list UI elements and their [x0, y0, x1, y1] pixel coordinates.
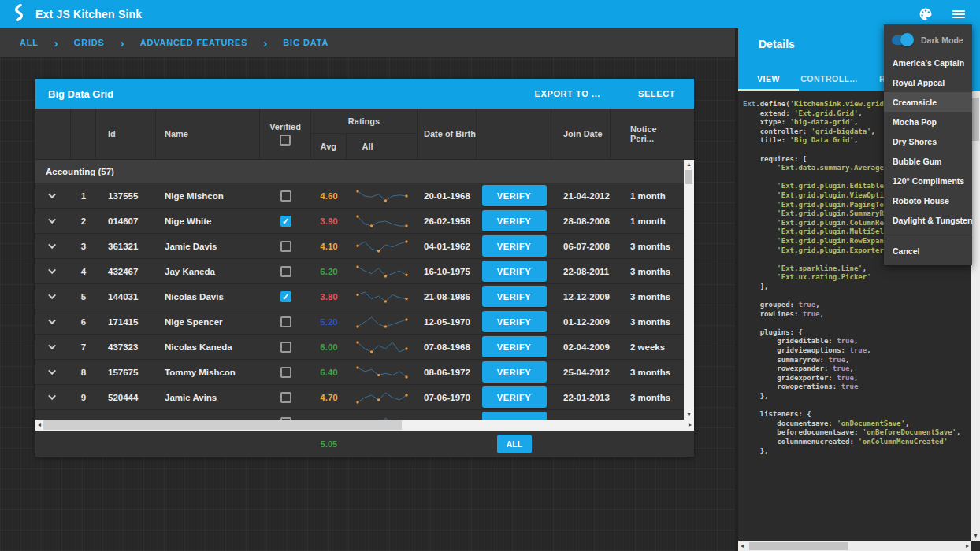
menu-icon[interactable] — [948, 4, 969, 24]
menu-item-theme[interactable]: America's Captain — [884, 53, 972, 72]
verify-button[interactable]: VERIFY — [482, 261, 547, 282]
menu-item-theme[interactable]: Creamsicle — [884, 92, 972, 112]
table-row[interactable]: 3361321Jamie Davis4.1004-01-1962VERIFY06… — [35, 234, 694, 259]
column-header-ratings[interactable]: Ratings — [311, 109, 417, 134]
scroll-up-icon[interactable]: ▴ — [684, 160, 694, 169]
scroll-left-icon[interactable]: ◂ — [35, 420, 43, 431]
cell-verified[interactable]: ✓ — [260, 284, 311, 309]
verify-button[interactable]: VERIFY — [482, 336, 547, 357]
menu-item-theme[interactable]: Roboto House — [884, 190, 972, 210]
cell-verified[interactable]: ✓ — [260, 209, 311, 233]
cell-verified[interactable] — [260, 385, 311, 409]
cell-verified[interactable] — [260, 183, 311, 208]
details-horizontal-scrollbar[interactable]: ◂ ▸ — [738, 541, 971, 551]
scroll-left-icon[interactable]: ◂ — [738, 541, 746, 551]
breadcrumb-all[interactable]: ALL — [20, 38, 39, 47]
column-header-dob[interactable]: Date of Birth — [418, 109, 477, 159]
table-row[interactable]: 5144031Nicolas Davis✓3.8021-08-1986VERIF… — [35, 284, 694, 309]
row-expander[interactable] — [35, 385, 71, 409]
row-expander[interactable] — [35, 183, 71, 208]
scroll-right-icon[interactable]: ▸ — [963, 541, 971, 551]
table-row[interactable]: 9520444Jamie Avins4.7007-06-1970VERIFY22… — [35, 385, 694, 410]
verified-checkbox[interactable]: ✓ — [280, 291, 291, 302]
grid-vscroll-thumb[interactable] — [685, 170, 692, 184]
cell-verified[interactable] — [260, 234, 311, 258]
cell-action[interactable]: VERIFY — [477, 309, 551, 334]
menu-item-theme[interactable]: Daylight & Tungsten — [884, 210, 972, 230]
grid-horizontal-scrollbar[interactable]: ◂ ▸ — [35, 420, 694, 431]
dark-mode-toggle-row[interactable]: Dark Mode — [884, 28, 972, 53]
table-row[interactable]: 10277366Tommy Avins4.4002-11-1970VERIFY1… — [35, 410, 694, 420]
verify-button[interactable]: VERIFY — [482, 210, 547, 231]
cell-verified[interactable] — [260, 335, 311, 359]
column-header-verified[interactable]: Verified — [260, 109, 311, 159]
export-to-button[interactable]: EXPORT TO ... — [535, 89, 600, 98]
row-expander[interactable] — [35, 209, 71, 233]
menu-item-theme[interactable]: Bubble Gum — [884, 151, 972, 171]
verify-button[interactable]: VERIFY — [482, 286, 547, 307]
menu-item-cancel[interactable]: Cancel — [884, 241, 972, 261]
cell-action[interactable]: VERIFY — [477, 183, 551, 208]
verified-checkbox[interactable] — [280, 367, 291, 378]
group-header-accounting[interactable]: Accounting (57) — [35, 160, 694, 183]
cell-action[interactable]: VERIFY — [477, 385, 551, 409]
cell-action[interactable]: VERIFY — [477, 410, 551, 420]
verify-button[interactable]: VERIFY — [482, 185, 547, 206]
menu-item-theme[interactable]: 120° Compliments — [884, 171, 972, 190]
cell-action[interactable]: VERIFY — [477, 335, 551, 359]
select-button[interactable]: SELECT — [638, 89, 675, 98]
menu-item-theme[interactable]: Dry Shores — [884, 131, 972, 151]
verified-checkbox[interactable] — [280, 316, 291, 327]
cell-verified[interactable] — [260, 259, 311, 283]
table-row[interactable]: 7437323Nicolas Kaneda6.0007-08-1968VERIF… — [35, 335, 694, 360]
column-header-name[interactable]: Name — [156, 109, 260, 159]
verified-checkbox[interactable] — [280, 392, 291, 403]
cell-verified[interactable] — [260, 360, 311, 384]
tab-controller[interactable]: CONTROLL... — [799, 66, 859, 91]
cell-action[interactable]: VERIFY — [477, 209, 551, 233]
cell-action[interactable]: VERIFY — [477, 360, 551, 384]
menu-item-theme[interactable]: Royal Appeal — [884, 72, 972, 92]
scroll-down-icon[interactable]: ▾ — [971, 531, 980, 541]
column-header-all[interactable]: All — [347, 134, 417, 159]
summary-all-button[interactable]: ALL — [497, 435, 532, 453]
verified-checkbox[interactable] — [280, 241, 291, 252]
tab-view[interactable]: VIEW — [738, 66, 799, 91]
cell-action[interactable]: VERIFY — [477, 284, 551, 309]
theme-palette-icon[interactable] — [915, 4, 936, 24]
column-header-id[interactable]: Id — [96, 109, 156, 159]
cell-action[interactable]: VERIFY — [477, 259, 551, 283]
row-expander[interactable] — [35, 234, 71, 258]
table-row[interactable]: 1137555Nige Mishcon4.6020-01-1968VERIFY2… — [35, 183, 694, 209]
breadcrumb-advanced-features[interactable]: ADVANCED FEATURES — [140, 38, 248, 47]
verify-button[interactable]: VERIFY — [482, 235, 547, 257]
details-vscroll-thumb[interactable] — [972, 98, 979, 141]
verified-checkbox[interactable] — [280, 342, 291, 353]
table-row[interactable]: 2014607Nige White✓3.9026-02-1958VERIFY28… — [35, 209, 694, 234]
row-expander[interactable] — [35, 335, 71, 359]
verified-header-checkbox[interactable] — [280, 135, 291, 146]
row-expander[interactable] — [35, 360, 71, 384]
cell-verified[interactable] — [260, 410, 311, 420]
table-row[interactable]: 6171415Nige Spencer5.2012-05-1970VERIFY0… — [35, 309, 694, 335]
verify-button[interactable]: VERIFY — [482, 412, 547, 420]
verify-button[interactable]: VERIFY — [482, 311, 547, 332]
grid-vertical-scrollbar[interactable]: ▴ ▾ — [684, 160, 694, 420]
scroll-right-icon[interactable]: ▸ — [686, 420, 694, 431]
row-expander[interactable] — [35, 309, 71, 334]
row-expander[interactable] — [35, 259, 71, 283]
cell-action[interactable]: VERIFY — [477, 234, 551, 258]
column-header-notice-period[interactable]: Notice Peri... — [611, 109, 682, 159]
verify-button[interactable]: VERIFY — [482, 386, 547, 408]
verified-checkbox[interactable] — [280, 266, 291, 277]
verified-checkbox[interactable]: ✓ — [280, 216, 291, 227]
row-expander[interactable] — [35, 410, 71, 420]
details-vertical-scrollbar[interactable]: ▾ — [971, 91, 980, 541]
verified-checkbox[interactable] — [280, 190, 291, 202]
grid-hscroll-thumb[interactable] — [43, 420, 402, 430]
scroll-down-icon[interactable]: ▾ — [684, 410, 694, 420]
verify-button[interactable]: VERIFY — [482, 361, 547, 383]
column-header-avg[interactable]: Avg — [311, 134, 347, 159]
row-expander[interactable] — [35, 284, 71, 309]
table-row[interactable]: 8157675Tommy Mishcon6.4008-06-1972VERIFY… — [35, 360, 694, 385]
